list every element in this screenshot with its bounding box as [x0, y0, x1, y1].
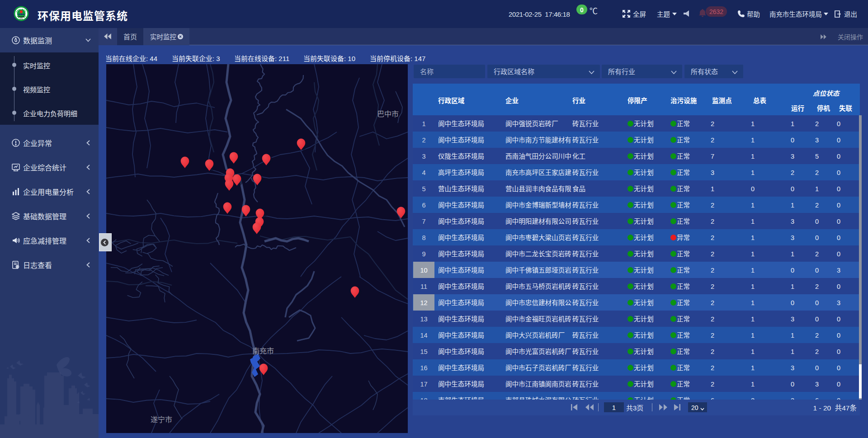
svg-text:南充市: 南充市 — [252, 345, 274, 356]
svg-text:遂宁市: 遂宁市 — [151, 414, 172, 424]
svg-text:巴中市: 巴中市 — [377, 108, 399, 119]
